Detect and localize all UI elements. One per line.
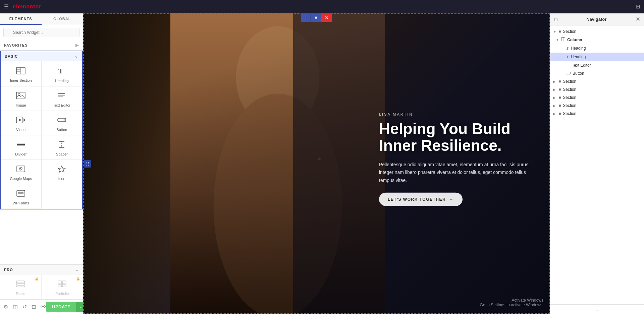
widget-wpforms[interactable]: WPForms xyxy=(1,184,42,209)
elementor-logo: elementor xyxy=(13,4,41,10)
widget-video[interactable]: Video xyxy=(1,111,42,135)
nav-item-section-5[interactable]: ▶ ■ Section xyxy=(550,102,644,110)
preview-icon[interactable]: 👁 xyxy=(41,304,46,310)
divider-label: Divider xyxy=(15,152,26,156)
text-editor-icon xyxy=(57,92,66,101)
svg-rect-32 xyxy=(58,281,62,284)
icon-label: Icon xyxy=(58,177,65,181)
search-input[interactable] xyxy=(3,28,79,37)
nav-item-section-1[interactable]: ▼ ■ Section xyxy=(550,27,644,36)
nav-section4-icon: ■ xyxy=(558,95,561,100)
nav-expand-icon-btn xyxy=(560,72,566,75)
navigator-close-button[interactable]: ✕ xyxy=(636,16,640,22)
top-bar: ☰ elementor ⊞ xyxy=(0,0,644,13)
widget-inner-section[interactable]: Inner Section xyxy=(1,61,42,86)
nav-section6-label: Section xyxy=(563,111,576,116)
inner-section-icon xyxy=(16,67,25,76)
icon-widget-icon xyxy=(57,165,66,175)
spacer-label: Spacer xyxy=(56,152,68,156)
nav-section3-label: Section xyxy=(563,87,576,92)
navigator-layout-icon[interactable]: □ xyxy=(554,17,557,22)
nav-expand-icon-s2: ▶ xyxy=(553,80,558,83)
hero-title: Helping You Build Inner Resilience. xyxy=(379,120,540,154)
basic-section-label: BASIC xyxy=(5,54,18,58)
nav-heading1-icon: T xyxy=(566,46,569,51)
widget-spacer[interactable]: Spacer xyxy=(42,135,83,160)
nav-item-heading-1[interactable]: T Heading xyxy=(550,44,644,53)
canvas-close-button[interactable]: ✕ xyxy=(321,13,332,22)
widget-image[interactable]: Image xyxy=(1,86,42,111)
pro-section-header[interactable]: PRO ⌄ xyxy=(0,264,83,275)
hero-person-image xyxy=(170,13,385,314)
widget-heading[interactable]: T Heading xyxy=(42,61,83,86)
nav-bottom: ... xyxy=(550,304,644,314)
nav-section5-label: Section xyxy=(563,103,576,108)
history-icon[interactable]: ↺ xyxy=(22,304,27,310)
heading-icon: T xyxy=(57,67,66,77)
top-bar-left: ☰ elementor xyxy=(4,3,41,10)
tab-elements[interactable]: ELEMENTS xyxy=(0,13,42,25)
nav-item-section-6[interactable]: ▶ ■ Section xyxy=(550,110,644,118)
hero-cta-arrow-icon: → xyxy=(449,197,454,202)
svg-point-37 xyxy=(214,93,342,314)
hero-description: Pellentesque odio aliquam vitae amet, el… xyxy=(379,161,540,184)
svg-rect-35 xyxy=(62,285,66,287)
canvas-add-button[interactable]: + xyxy=(301,13,311,22)
favorites-section[interactable]: FAVORITES ▶ xyxy=(0,40,83,51)
svg-rect-5 xyxy=(16,92,25,99)
nav-item-section-2[interactable]: ▶ ■ Section xyxy=(550,77,644,85)
basic-section-header[interactable]: BASIC ⌄ xyxy=(0,51,83,61)
widget-divider[interactable]: Divider xyxy=(1,135,42,160)
layers-icon[interactable]: ◫ xyxy=(13,304,18,310)
nav-expand-icon-s3: ▶ xyxy=(553,88,558,91)
top-bar-right: ⊞ xyxy=(636,3,640,10)
grid-icon[interactable]: ⊞ xyxy=(636,3,640,10)
svg-marker-11 xyxy=(23,119,25,121)
nav-section4-label: Section xyxy=(563,95,576,100)
hero-cta-button[interactable]: LET'S WORK TOGETHER → xyxy=(379,193,463,206)
hamburger-icon[interactable]: ☰ xyxy=(4,3,9,10)
widget-portfolio[interactable]: 🔒 Portfolio xyxy=(42,275,83,299)
svg-marker-24 xyxy=(58,166,65,172)
nav-button-icon xyxy=(566,71,571,76)
canvas-top-bar: + ⠿ ✕ xyxy=(301,13,332,22)
nav-item-heading-2[interactable]: T Heading xyxy=(550,53,644,61)
posts-lock-icon: 🔒 xyxy=(35,277,39,280)
nav-item-section-4[interactable]: ▶ ■ Section xyxy=(550,93,644,102)
widget-posts[interactable]: 🔒 Posts xyxy=(0,275,42,299)
nav-item-section-3[interactable]: ▶ ■ Section xyxy=(550,85,644,93)
canvas-move-button[interactable]: ⠿ xyxy=(311,13,321,22)
hero-content: LISA MARTIN Helping You Build Inner Resi… xyxy=(379,112,540,206)
nav-expand-icon-s4: ▶ xyxy=(553,96,558,100)
settings-icon[interactable]: ⚙ xyxy=(3,304,8,310)
portfolio-icon xyxy=(57,280,67,290)
nav-section-label-1: Section xyxy=(563,29,576,34)
nav-item-button[interactable]: Button xyxy=(550,69,644,77)
nav-section2-label: Section xyxy=(563,79,576,84)
widget-google-maps[interactable]: Google Maps xyxy=(1,160,42,184)
widget-button[interactable]: Button xyxy=(42,111,83,135)
nav-item-column[interactable]: ▼ Column xyxy=(550,36,644,44)
canvas-area[interactable]: + ⠿ ✕ LISA MARTIN Helping You Build Inne… xyxy=(83,13,550,314)
nav-button-label: Button xyxy=(573,71,584,76)
widget-icon[interactable]: Icon xyxy=(42,160,83,184)
nav-heading2-label: Heading xyxy=(571,55,586,59)
svg-rect-29 xyxy=(16,281,24,283)
update-button[interactable]: UPDATE xyxy=(46,302,76,312)
nav-expand-icon-s5: ▶ xyxy=(553,104,558,108)
portfolio-label: Portfolio xyxy=(55,292,69,296)
google-maps-label: Google Maps xyxy=(10,177,32,181)
right-panel: □ Navigator ✕ ▼ ■ Section ▼ Column xyxy=(550,13,644,314)
tab-global[interactable]: GLOBAL xyxy=(42,13,83,25)
image-label: Image xyxy=(16,103,26,107)
bottom-icons: ⚙ ◫ ↺ ⊡ 👁 xyxy=(3,304,46,310)
svg-rect-30 xyxy=(16,284,24,285)
responsive-icon[interactable]: ⊡ xyxy=(32,304,36,310)
svg-point-23 xyxy=(20,168,21,169)
widget-text-editor[interactable]: Text Editor xyxy=(42,86,83,111)
svg-rect-33 xyxy=(62,281,66,284)
nav-item-text-editor[interactable]: Text Editor xyxy=(550,61,644,69)
nav-section6-icon: ■ xyxy=(558,111,561,116)
google-maps-icon xyxy=(16,165,25,175)
inner-section-label: Inner Section xyxy=(10,78,32,82)
